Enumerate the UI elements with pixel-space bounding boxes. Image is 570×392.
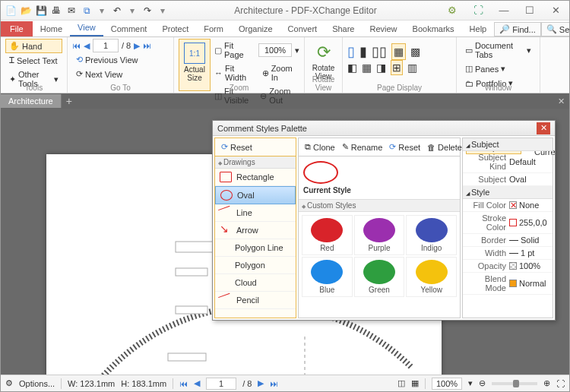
panes-button[interactable]: ◫Panes▾ xyxy=(461,62,535,76)
status-prev-icon[interactable]: ◀ xyxy=(194,378,200,388)
swatch-yellow[interactable]: Yellow xyxy=(406,257,457,297)
swatch-green[interactable]: Green xyxy=(354,257,405,297)
subject-kind-value[interactable]: Default xyxy=(509,153,549,171)
drawing-item-arrow[interactable]: Arrow xyxy=(215,222,296,239)
drawing-item-polygon[interactable]: Polygon xyxy=(215,257,296,274)
swatch-purple[interactable]: Purple xyxy=(354,215,405,255)
status-last-icon[interactable]: ⏭ xyxy=(270,379,278,388)
reset-button[interactable]: ⟳Reset xyxy=(218,141,255,153)
tab-convert[interactable]: Convert xyxy=(280,21,325,36)
select-text-tool[interactable]: ᏆSelect Text xyxy=(5,53,62,68)
swatch-indigo[interactable]: Indigo xyxy=(406,215,457,255)
zoom-drop-icon[interactable]: ▾ xyxy=(468,378,473,388)
chevron-down-icon[interactable]: ▾ xyxy=(295,46,299,55)
drawing-item-oval[interactable]: Oval xyxy=(215,186,296,204)
scan-icon[interactable]: ⧉ xyxy=(80,4,93,17)
layout-icon[interactable]: ▦ xyxy=(391,43,406,60)
drawing-item-cloud[interactable]: Cloud xyxy=(215,274,296,292)
palette-close-button[interactable]: ✕ xyxy=(537,122,550,134)
tab-organize[interactable]: Organize xyxy=(231,21,280,36)
single-page-icon[interactable]: ▯ xyxy=(347,43,355,60)
document-tabs-button[interactable]: ▭Document Tabs▾ xyxy=(461,39,535,62)
find-button[interactable]: 🔎Find... xyxy=(494,22,541,36)
tab-home[interactable]: Home xyxy=(33,21,70,36)
pd2-icon[interactable]: ▦ xyxy=(362,62,372,74)
launch-icon[interactable]: ⛶ xyxy=(467,5,489,16)
stroke-color-value[interactable]: 255,0,0 xyxy=(509,213,549,232)
previous-view-button[interactable]: ⟲Previous View xyxy=(72,52,169,67)
undo-drop-icon[interactable]: ▾ xyxy=(125,4,139,17)
first-page-icon[interactable]: ⏮ xyxy=(72,41,81,50)
drawing-item-rectangle[interactable]: Rectangle xyxy=(215,169,296,186)
minimize-icon[interactable]: — xyxy=(493,5,515,16)
tab-help[interactable]: Help xyxy=(462,21,495,36)
current-style[interactable]: Current Style xyxy=(299,156,460,200)
layout2-icon[interactable]: ▩ xyxy=(410,46,420,58)
tab-comment[interactable]: Comment xyxy=(103,21,155,36)
redo-icon[interactable]: ↷ xyxy=(141,4,154,17)
rename-button[interactable]: ✎Rename xyxy=(339,141,386,153)
style-section[interactable]: Style xyxy=(463,186,553,199)
tab-form[interactable]: Form xyxy=(196,21,231,36)
status-nav-icon[interactable]: ⏮ xyxy=(179,379,188,388)
prev-page-icon[interactable]: ◀ xyxy=(84,41,90,51)
tab-share[interactable]: Share xyxy=(325,21,362,36)
border-value[interactable]: Solid xyxy=(509,236,549,245)
search-button[interactable]: 🔍Search... xyxy=(541,22,570,36)
next-page-icon[interactable]: ▶ xyxy=(134,41,140,51)
tab-review[interactable]: Review xyxy=(362,21,404,36)
clone-button[interactable]: ⧉Clone xyxy=(302,141,338,153)
tab-view[interactable]: View xyxy=(70,20,103,36)
tab-bookmarks[interactable]: Bookmarks xyxy=(405,21,462,36)
continuous-icon[interactable]: ▮ xyxy=(359,43,367,60)
fill-color-value[interactable]: ✕None xyxy=(509,201,549,210)
redo-drop-icon[interactable]: ▾ xyxy=(156,4,169,17)
fit-status-icon[interactable]: ⛶ xyxy=(556,379,565,388)
drawing-item-pencil[interactable]: Pencil xyxy=(215,292,296,309)
two-page-icon[interactable]: ▯▯ xyxy=(372,43,387,60)
palette-titlebar[interactable]: Comment Styles Palette ✕ xyxy=(213,121,555,136)
pd4-icon[interactable]: ⊞ xyxy=(391,60,403,75)
pd1-icon[interactable]: ◧ xyxy=(347,62,357,74)
zoom-input[interactable] xyxy=(258,43,292,57)
zoom-out-status[interactable]: ⊖ xyxy=(479,378,486,388)
subject-value[interactable]: Oval xyxy=(509,175,549,184)
gear-icon[interactable]: ⚙ xyxy=(5,378,13,388)
maximize-icon[interactable]: ☐ xyxy=(519,5,540,16)
mail-icon[interactable]: ✉ xyxy=(65,4,78,17)
layout-status2-icon[interactable]: ▦ xyxy=(411,378,419,388)
zoom-in-status[interactable]: ⊕ xyxy=(543,378,550,388)
options-button[interactable]: Options... xyxy=(19,379,55,388)
zoom-slider[interactable] xyxy=(492,382,537,385)
status-next-icon[interactable]: ▶ xyxy=(258,378,264,388)
undo-icon[interactable]: ↶ xyxy=(110,4,124,17)
hand-tool[interactable]: ✋Hand xyxy=(5,39,62,53)
drawing-item-line[interactable]: Line xyxy=(215,204,296,222)
drawing-item-polygon-line[interactable]: Polygon Line xyxy=(215,239,296,257)
document-tab[interactable]: Architecture xyxy=(1,94,62,108)
last-page-icon[interactable]: ⏭ xyxy=(143,41,151,50)
status-page-input[interactable] xyxy=(206,378,236,390)
subject-section[interactable]: Subject xyxy=(463,138,553,151)
reset-styles-button[interactable]: ⟳Reset xyxy=(386,141,423,153)
new-tab-button[interactable]: + xyxy=(62,95,77,107)
status-zoom-input[interactable] xyxy=(432,378,462,390)
file-tab[interactable]: File xyxy=(1,21,33,36)
delete-button[interactable]: 🗑Delete xyxy=(424,141,465,153)
swatch-red[interactable]: Red xyxy=(302,215,353,255)
width-value[interactable]: 1 pt xyxy=(509,248,549,258)
layout-status-icon[interactable]: ◫ xyxy=(397,378,405,388)
blend-value[interactable]: Normal xyxy=(509,274,549,292)
next-view-button[interactable]: ⟳Next View xyxy=(72,67,169,81)
tab-protect[interactable]: Protect xyxy=(154,21,196,36)
pd3-icon[interactable]: ◨ xyxy=(376,62,386,74)
save-icon[interactable]: 💾 xyxy=(34,4,48,17)
tab-close-icon[interactable]: ✕ xyxy=(553,96,569,106)
qat-dropdown-icon[interactable]: ▾ xyxy=(95,4,109,17)
ui-options-icon[interactable]: ⚙ xyxy=(442,5,463,16)
zoom-in-button[interactable]: ⊕Zoom In xyxy=(258,62,299,84)
pd5-icon[interactable]: ▥ xyxy=(407,62,417,74)
print-icon[interactable]: 🖶 xyxy=(49,4,63,17)
swatch-blue[interactable]: Blue xyxy=(302,257,353,297)
opacity-value[interactable]: 100% xyxy=(509,261,549,270)
